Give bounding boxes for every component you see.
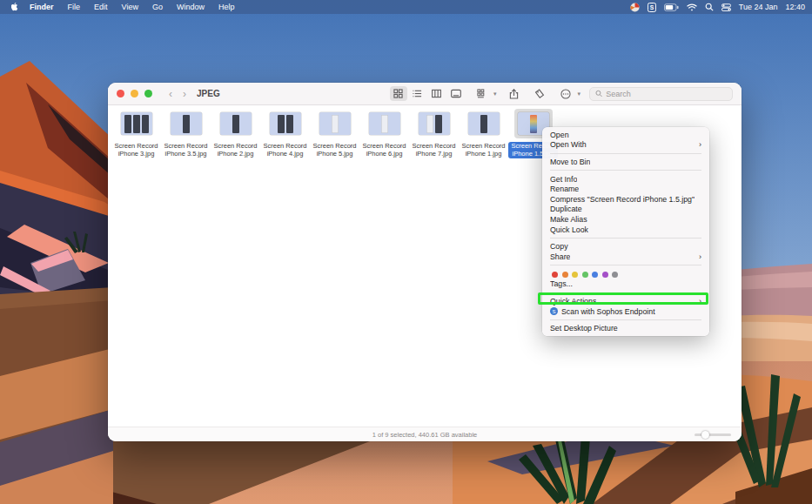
file-name: Screen RecordiPhone 2.jpg: [211, 142, 259, 158]
file-item[interactable]: Screen RecordiPhone 5.jpg: [310, 109, 359, 158]
file-name: Screen RecordiPhone 6.jpg: [359, 142, 408, 158]
menu-item-copy[interactable]: Copy: [542, 241, 709, 252]
menubar-item-go[interactable]: Go: [145, 3, 170, 11]
file-item[interactable]: Screen RecordiPhone 2.jpg: [211, 109, 260, 158]
menu-item-tags[interactable]: Tags...: [542, 279, 709, 290]
menu-item-quick-look[interactable]: Quick Look: [542, 225, 709, 235]
menu-item-move-to-bin[interactable]: Move to Bin: [542, 157, 709, 167]
status-bar: 1 of 9 selected, 440.61 GB available: [108, 427, 742, 441]
file-item[interactable]: Screen RecordiPhone 4.jpg: [260, 109, 310, 158]
sophos-shield-icon[interactable]: S: [648, 3, 656, 12]
file-item[interactable]: Screen RecordiPhone 1.jpg: [459, 109, 508, 158]
tag-color-dot[interactable]: [582, 272, 588, 278]
tags-button[interactable]: [531, 86, 548, 101]
search-icon: [595, 90, 602, 97]
tag-color-dot[interactable]: [592, 272, 598, 278]
tag-color-dot[interactable]: [602, 272, 608, 278]
file-name: Screen RecordiPhone 3.jpg: [111, 142, 160, 158]
file-thumbnail[interactable]: [465, 109, 503, 138]
column-view-button[interactable]: [428, 86, 446, 101]
slider-knob[interactable]: [701, 431, 709, 439]
menubar-item-file[interactable]: File: [61, 3, 88, 11]
tag-color-dot[interactable]: [572, 272, 578, 278]
spotlight-search-icon[interactable]: [705, 3, 714, 11]
file-thumbnail[interactable]: [316, 109, 354, 138]
file-thumbnail[interactable]: [415, 109, 453, 138]
status-text: 1 of 9 selected, 440.61 GB available: [372, 431, 478, 439]
list-view-button[interactable]: [409, 86, 426, 101]
menu-item-share[interactable]: Share›: [542, 252, 709, 262]
minimize-button[interactable]: [131, 90, 138, 97]
search-input[interactable]: [606, 90, 727, 98]
back-button[interactable]: ‹: [169, 88, 172, 100]
tag-color-dot[interactable]: [612, 272, 618, 278]
submenu-chevron-icon: ›: [699, 297, 701, 306]
apple-logo-icon[interactable]: [7, 3, 23, 12]
zoom-button[interactable]: [144, 90, 152, 97]
submenu-chevron-icon: ›: [699, 140, 701, 149]
file-name: Screen RecordiPhone 4.jpg: [260, 142, 309, 158]
menu-item-duplicate[interactable]: Duplicate: [542, 205, 709, 215]
svg-text:S: S: [650, 4, 654, 10]
tag-color-dot[interactable]: [552, 272, 558, 278]
file-name: Screen RecordiPhone 7.jpg: [409, 142, 458, 158]
menu-item-compress-screen-record-iphone-1-5-jpg[interactable]: Compress "Screen Record iPhone 1.5.jpg": [542, 194, 709, 205]
file-name: Screen RecordiPhone 3.5.jpg: [161, 142, 210, 158]
menubar-status-area: S Tue 24 Jan 12:40: [630, 3, 805, 12]
menu-item-make-alias[interactable]: Make Alias: [542, 214, 709, 225]
menu-item-rename[interactable]: Rename: [542, 184, 709, 194]
menu-separator: [550, 265, 701, 265]
gallery-view-button[interactable]: [447, 86, 465, 101]
desktop: FinderFileEditViewGoWindowHelp S Tue 24 …: [0, 0, 812, 504]
file-thumbnail[interactable]: [266, 109, 305, 138]
menubar-item-window[interactable]: Window: [170, 3, 211, 11]
view-switcher: [390, 86, 465, 101]
menubar-item-view[interactable]: View: [115, 3, 145, 11]
file-item[interactable]: Screen RecordiPhone 3.5.jpg: [161, 109, 211, 158]
share-button[interactable]: [505, 86, 522, 101]
file-item[interactable]: Screen RecordiPhone 7.jpg: [409, 109, 459, 158]
file-grid: Screen RecordiPhone 3.jpgScreen RecordiP…: [111, 109, 558, 158]
menubar-date[interactable]: Tue 24 Jan: [739, 3, 778, 11]
menu-bar: FinderFileEditViewGoWindowHelp S Tue 24 …: [0, 0, 812, 14]
file-thumbnail[interactable]: [217, 109, 255, 138]
menu-item-open[interactable]: Open: [542, 130, 709, 140]
menu-separator: [550, 292, 701, 293]
more-actions-button[interactable]: ▾: [557, 86, 580, 101]
sophos-shield-icon: S: [550, 307, 558, 315]
submenu-chevron-icon: ›: [699, 252, 701, 261]
context-menu: OpenOpen With›Move to BinGet InfoRenameC…: [542, 127, 709, 336]
forward-button[interactable]: ›: [183, 88, 186, 100]
menubar-menus: FinderFileEditViewGoWindowHelp: [23, 3, 241, 11]
menubar-item-finder[interactable]: Finder: [23, 3, 61, 11]
file-thumbnail[interactable]: [117, 109, 156, 138]
window-titlebar: ‹ › JPEG: [108, 83, 742, 105]
battery-icon[interactable]: [664, 3, 679, 11]
menu-item-open-with[interactable]: Open With›: [542, 140, 709, 151]
menu-item-get-info[interactable]: Get Info: [542, 174, 709, 185]
menubar-clock[interactable]: 12:40: [785, 3, 805, 11]
window-title: JPEG: [197, 89, 220, 98]
tag-color-dot[interactable]: [562, 272, 568, 278]
file-item[interactable]: Screen RecordiPhone 3.jpg: [111, 109, 161, 158]
wifi-icon[interactable]: [687, 3, 697, 11]
menu-separator: [550, 319, 701, 320]
search-field[interactable]: [589, 87, 733, 101]
icon-size-slider[interactable]: [695, 433, 731, 436]
menu-item-set-desktop-picture[interactable]: Set Desktop Picture: [542, 323, 709, 333]
close-button[interactable]: [117, 90, 124, 97]
menubar-item-help[interactable]: Help: [211, 3, 242, 11]
menubar-item-edit[interactable]: Edit: [87, 3, 115, 11]
file-item[interactable]: Screen RecordiPhone 6.jpg: [359, 109, 409, 158]
menu-separator: [550, 170, 701, 171]
control-center-icon[interactable]: [721, 3, 731, 11]
tag-color-row: [542, 269, 709, 279]
app-circle-icon[interactable]: [630, 3, 640, 12]
group-by-button[interactable]: ▾: [473, 86, 497, 101]
menu-item-quick-actions[interactable]: Quick Actions›: [542, 296, 709, 306]
chevron-down-icon: ▾: [577, 91, 580, 97]
menu-item-scan-with-sophos-endpoint[interactable]: SScan with Sophos Endpoint: [542, 306, 709, 317]
file-thumbnail[interactable]: [366, 109, 404, 138]
icon-view-button[interactable]: [390, 86, 407, 101]
file-thumbnail[interactable]: [167, 109, 205, 138]
